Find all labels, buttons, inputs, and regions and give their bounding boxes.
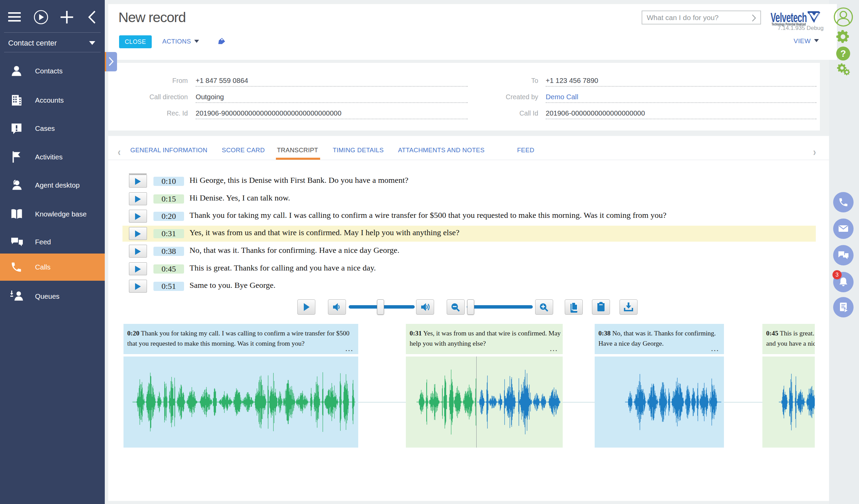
svg-text:?: ? bbox=[840, 49, 846, 59]
svg-text:3: 3 bbox=[835, 272, 839, 278]
